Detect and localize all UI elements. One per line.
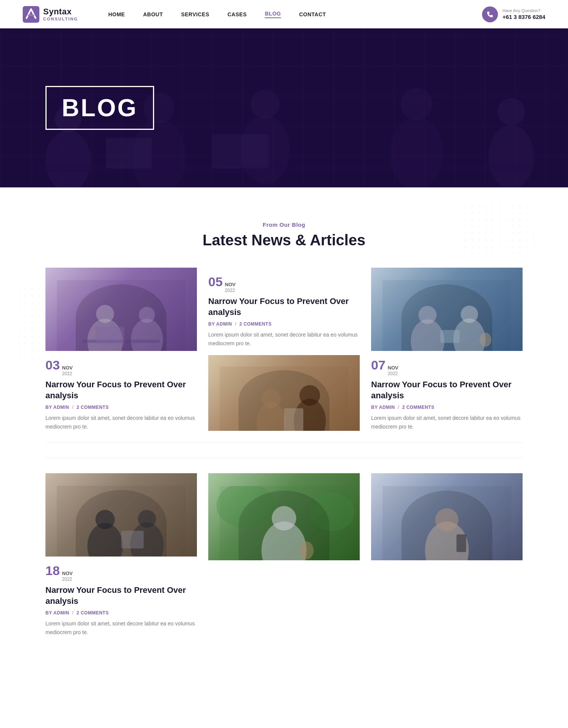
nav-home[interactable]: HOME bbox=[108, 11, 125, 17]
svg-rect-49 bbox=[457, 535, 467, 552]
brand-sub: CONSULTING bbox=[43, 17, 78, 21]
svg-point-16 bbox=[96, 305, 114, 323]
article-image-svg-1 bbox=[45, 280, 197, 351]
article-byline-2: BY ADMIN / 2 COMMENTS bbox=[208, 321, 360, 327]
logo[interactable]: Syntax CONSULTING bbox=[23, 6, 78, 23]
nav-contact[interactable]: CONTACT bbox=[299, 11, 326, 17]
svg-rect-19 bbox=[83, 340, 160, 343]
svg-rect-39 bbox=[121, 531, 144, 549]
svg-point-35 bbox=[87, 523, 123, 557]
article-image-svg-6 bbox=[371, 486, 523, 560]
svg-point-48 bbox=[435, 508, 458, 532]
hero-title: BLOG bbox=[62, 94, 138, 122]
phone-icon bbox=[482, 6, 498, 22]
article-title-4[interactable]: Narrow Your Focus to Prevent Over analys… bbox=[45, 585, 197, 606]
article-meta-1: 03 Nov 2022 bbox=[45, 359, 197, 376]
svg-point-24 bbox=[294, 399, 326, 431]
nav-blog[interactable]: BLOG bbox=[265, 11, 281, 18]
svg-point-17 bbox=[131, 319, 163, 351]
section-label: From Our Blog bbox=[45, 221, 523, 228]
article-col-middle: 05 Nov 2022 Narrow Your Focus to Prevent… bbox=[208, 268, 360, 431]
svg-point-36 bbox=[95, 510, 115, 529]
article-image-svg-5 bbox=[208, 486, 360, 560]
nav-services[interactable]: SERVICES bbox=[181, 11, 209, 17]
svg-point-23 bbox=[262, 389, 281, 408]
svg-point-41 bbox=[262, 522, 307, 560]
article-meta-4: 18 Nov 2022 bbox=[45, 564, 197, 582]
article-month-4: Nov bbox=[62, 571, 73, 577]
article-excerpt-4: Lorem ipsum dolor sit amet, sonet decore… bbox=[45, 619, 197, 636]
svg-point-38 bbox=[138, 510, 156, 528]
hero-section: BLOG bbox=[0, 28, 568, 187]
article-year-3: 2022 bbox=[388, 371, 398, 376]
article-card-6 bbox=[371, 473, 523, 636]
article-title-1[interactable]: Narrow Your Focus to Prevent Over analys… bbox=[45, 379, 197, 401]
svg-point-18 bbox=[139, 307, 155, 323]
article-excerpt-1: Lorem ipsum dolor sit amet, sonet decore… bbox=[45, 414, 197, 431]
article-month-1: Nov bbox=[62, 365, 73, 371]
svg-point-43 bbox=[300, 542, 314, 560]
section-title: Latest News & Articles bbox=[45, 232, 523, 249]
article-image-5 bbox=[208, 473, 360, 560]
articles-row-2: 18 Nov 2022 Narrow Your Focus to Prevent… bbox=[45, 458, 523, 636]
section-divider bbox=[45, 442, 523, 443]
article-card-1: 03 Nov 2022 Narrow Your Focus to Prevent… bbox=[45, 268, 197, 431]
article-meta-3: 07 Nov 2022 bbox=[371, 359, 523, 376]
article-excerpt-3: Lorem ipsum dolor sit amet, sonet decore… bbox=[371, 414, 523, 431]
article-byline-1: BY ADMIN / 2 COMMENTS bbox=[45, 405, 197, 410]
nav-links: HOME ABOUT SERVICES CASES BLOG CONTACT bbox=[108, 11, 482, 18]
svg-rect-27 bbox=[382, 280, 511, 351]
blog-section: From Our Blog Latest News & Articles bbox=[0, 187, 568, 659]
svg-point-45 bbox=[310, 493, 355, 531]
svg-rect-20 bbox=[95, 327, 125, 345]
article-title-2[interactable]: Narrow Your Focus to Prevent Over analys… bbox=[208, 296, 360, 318]
nav-about[interactable]: ABOUT bbox=[143, 11, 163, 17]
article-byline-3: BY ADMIN / 2 COMMENTS bbox=[371, 405, 523, 410]
article-day-4: 18 bbox=[45, 564, 60, 577]
article-image-1 bbox=[45, 268, 197, 351]
article-month-2: Nov bbox=[225, 282, 236, 288]
article-image-3 bbox=[371, 268, 523, 351]
hero-title-box: BLOG bbox=[45, 86, 154, 130]
article-meta-2: 05 Nov 2022 bbox=[208, 275, 360, 293]
article-year-1: 2022 bbox=[62, 371, 73, 376]
svg-rect-33 bbox=[440, 330, 460, 343]
article-card-2: 05 Nov 2022 Narrow Your Focus to Prevent… bbox=[208, 268, 360, 348]
svg-rect-46 bbox=[382, 486, 511, 560]
nav-cases[interactable]: CASES bbox=[228, 11, 247, 17]
article-day-2: 05 bbox=[208, 275, 223, 288]
phone-number: +61 3 8376 6284 bbox=[502, 13, 545, 21]
article-card-4: 18 Nov 2022 Narrow Your Focus to Prevent… bbox=[45, 473, 197, 636]
svg-point-31 bbox=[461, 306, 478, 323]
svg-point-15 bbox=[87, 319, 123, 351]
svg-point-32 bbox=[480, 333, 492, 347]
article-excerpt-2: Lorem ipsum dolor sit amet, sonet decore… bbox=[208, 330, 360, 348]
article-image-svg-2 bbox=[208, 366, 360, 431]
svg-point-47 bbox=[425, 522, 469, 560]
brand-name: Syntax bbox=[43, 7, 78, 16]
svg-rect-34 bbox=[57, 486, 186, 557]
svg-rect-26 bbox=[284, 408, 303, 431]
article-year-2: 2022 bbox=[225, 288, 236, 293]
article-year-4: 2022 bbox=[62, 577, 73, 582]
article-image-6 bbox=[371, 473, 523, 560]
article-card-3: 07 Nov 2022 Narrow Your Focus to Prevent… bbox=[371, 268, 523, 431]
svg-point-25 bbox=[300, 385, 320, 405]
article-image-4 bbox=[45, 473, 197, 557]
svg-point-28 bbox=[411, 320, 444, 351]
phone-label: Have Any Question? bbox=[502, 8, 545, 13]
dots-right bbox=[462, 203, 538, 259]
phone-area: Have Any Question? +61 3 8376 6284 bbox=[482, 6, 545, 22]
svg-point-42 bbox=[272, 506, 296, 531]
article-byline-4: BY ADMIN / 2 COMMENTS bbox=[45, 610, 197, 616]
article-title-3[interactable]: Narrow Your Focus to Prevent Over analys… bbox=[371, 379, 523, 401]
article-image-2 bbox=[208, 355, 360, 431]
hero-content: BLOG bbox=[0, 86, 154, 130]
article-image-svg-3 bbox=[371, 280, 523, 351]
svg-point-29 bbox=[418, 306, 437, 324]
articles-row-1: 03 Nov 2022 Narrow Your Focus to Prevent… bbox=[45, 268, 523, 431]
svg-rect-21 bbox=[220, 366, 348, 431]
article-card-5 bbox=[208, 473, 360, 636]
svg-point-37 bbox=[130, 522, 164, 557]
svg-point-22 bbox=[257, 402, 286, 431]
